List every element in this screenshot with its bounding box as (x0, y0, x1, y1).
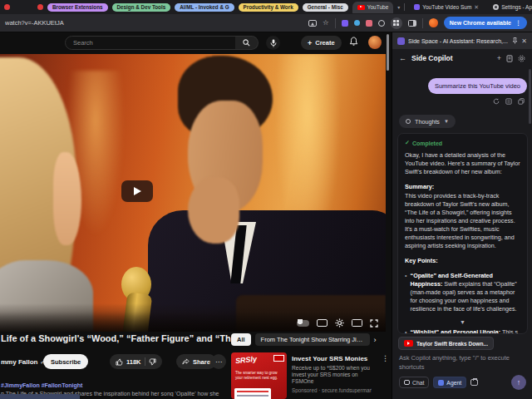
notebook-icon[interactable] (506, 55, 513, 62)
tab-youtube-video-summarizer[interactable]: YouTube Video Sum ✕ (409, 2, 484, 13)
tab-group-general[interactable]: General - Misc (303, 3, 348, 12)
close-tab-icon[interactable]: ✕ (474, 4, 479, 10)
channel-name[interactable]: mmy Fallon ✔ (1, 358, 45, 366)
status-badge: ✓ Completed (405, 140, 520, 146)
grid-icon (393, 20, 399, 26)
voice-search-button[interactable] (266, 36, 280, 50)
chat-mode-button[interactable]: Chat (399, 377, 429, 388)
media-cast-icon[interactable] (308, 20, 317, 27)
refresh-icon[interactable] (493, 98, 500, 105)
ad-body: Invest Your SRS Monies Receive up to *S$… (292, 352, 372, 399)
browser-toolbar: watch?v=-AKKUEtJA ☆ New Chrome available… (0, 14, 532, 32)
extension-icon[interactable] (342, 20, 348, 27)
copilot-footer: Chat Agent ↑ (399, 375, 526, 390)
search-button[interactable] (235, 36, 259, 50)
summary-text: This video provides a track-by-track bre… (405, 192, 520, 250)
side-space-panel: Side Space - AI Assistant: Research,... … (392, 32, 532, 399)
ad-thumb-card (234, 388, 271, 399)
sidebar-scrollbar[interactable] (529, 69, 531, 124)
browser-window: Browser Extensions Design & Dev Tools AI… (0, 0, 532, 399)
theater-mode-icon[interactable] (352, 319, 362, 327)
tab-group-productivity[interactable]: Productivity & Work (239, 3, 298, 12)
thumbs-up-icon[interactable] (116, 358, 123, 366)
share-button[interactable]: Share (176, 354, 216, 369)
thoughts-toggle[interactable]: Thoughts ▼ (399, 115, 456, 128)
ad-thumbnail[interactable]: SRSly The smarter way to grow your retir… (231, 352, 287, 399)
extension-favicon (414, 4, 420, 10)
subscribe-button[interactable]: Subscribe (43, 354, 88, 369)
tab-strip: Browser Extensions Design & Dev Tools AI… (0, 0, 532, 14)
sidebar-titlebar: Side Space - AI Assistant: Research,... … (392, 32, 532, 49)
assistant-intro: Okay, I have a detailed analysis of the … (405, 151, 520, 176)
chat-bubble-icon (404, 380, 410, 385)
pinned-tab-icon[interactable] (37, 4, 43, 10)
account-avatar[interactable] (368, 36, 382, 49)
copilot-input[interactable]: Ask Copilot anything, type "/" to execut… (399, 354, 524, 372)
page-scrollbar[interactable] (387, 34, 389, 71)
kebab-menu-icon[interactable]: ⋮ (515, 20, 521, 27)
extensions-grid-button[interactable] (391, 17, 402, 29)
pinned-tab-icon[interactable] (4, 4, 10, 10)
extension-icon[interactable] (378, 20, 385, 27)
copy-icon[interactable] (518, 98, 525, 105)
tab-settings[interactable]: Settings - Appeara ✕ (488, 2, 532, 13)
extension-icon[interactable] (354, 20, 360, 26)
quote-icon[interactable] (505, 98, 512, 105)
ad-description: Receive up to *S$200 when you invest you… (292, 365, 372, 385)
notifications-button[interactable] (349, 37, 358, 47)
side-panel-icon[interactable] (408, 20, 416, 27)
ad-sponsored-label: Sponsored · secure.fundsupermart... (292, 387, 372, 393)
agent-mode-button[interactable]: Agent (433, 377, 466, 388)
video-player[interactable] (0, 54, 386, 332)
key-point-item: • “Wishlist” and Personal Utopia: This s (405, 328, 520, 334)
bell-icon (349, 37, 358, 47)
arrow-up-icon: ↑ (517, 378, 521, 387)
search-input[interactable] (66, 39, 235, 47)
close-icon[interactable]: ✕ (521, 37, 527, 45)
player-controls (297, 318, 378, 328)
subtitles-icon[interactable] (317, 319, 328, 327)
sponsored-ad[interactable]: SRSly The smarter way to grow your retir… (231, 352, 387, 399)
settings-gear-icon[interactable] (335, 318, 344, 328)
chevron-down-icon: ▼ (444, 119, 449, 124)
chip-all[interactable]: All (231, 333, 251, 346)
play-button[interactable] (121, 180, 153, 202)
tab-group-design-dev[interactable]: Design & Dev Tools (112, 3, 171, 12)
side-space-logo-icon (397, 37, 405, 45)
thumbs-down-icon[interactable] (149, 358, 156, 366)
address-bar[interactable]: watch?v=-AKKUEtJA (5, 19, 303, 27)
send-button[interactable]: ↑ (511, 375, 526, 390)
fullscreen-icon[interactable] (370, 319, 378, 328)
like-count: 118K (126, 358, 141, 366)
new-chrome-button[interactable]: New Chrome available ⋮ (444, 17, 527, 29)
sidebar-window-title: Side Space - AI Assistant: Research,... (408, 38, 509, 44)
chevron-right-icon[interactable]: › (374, 336, 377, 344)
description-hashtags[interactable]: #JimmyFallon #FallonTonight (1, 382, 82, 388)
bookmark-star-icon[interactable]: ☆ (323, 19, 329, 27)
back-arrow-icon[interactable]: ← (399, 54, 406, 62)
ad-title[interactable]: Invest Your SRS Monies (292, 355, 372, 362)
ad-brand-text: SRSly (235, 355, 258, 366)
ad-menu-icon[interactable]: ⋮ (382, 354, 389, 362)
copilot-header: ← Side Copilot + (392, 49, 532, 67)
settings-icon[interactable] (518, 55, 525, 62)
tab-group-browser-extensions[interactable]: Browser Extensions (47, 3, 108, 12)
tools-icon[interactable] (470, 379, 478, 386)
chip-tonight-show[interactable]: From The Tonight Show Starring Jimmy Fal… (255, 333, 370, 346)
video-context-chip[interactable]: Taylor Swift Breaks Down... (398, 337, 494, 350)
tab-youtube[interactable]: YouTube (352, 2, 394, 13)
extension-icon[interactable] (366, 20, 372, 27)
pin-icon[interactable] (512, 37, 518, 44)
play-icon (134, 187, 141, 195)
scroll-down-icon[interactable]: ▼ (405, 319, 520, 325)
create-button[interactable]: + Create (301, 36, 342, 50)
copilot-title: Side Copilot (411, 54, 492, 62)
assistant-message: ✓ Completed Okay, I have a detailed anal… (397, 133, 528, 334)
tab-group-aiml[interactable]: AI/ML - Invoked & G (175, 3, 234, 12)
new-chat-icon[interactable]: + (497, 54, 501, 62)
browser-profile-icon[interactable] (429, 18, 438, 27)
more-actions-button[interactable]: ⋯ (211, 354, 226, 369)
message-actions (493, 98, 525, 105)
agent-icon (438, 380, 444, 386)
tab-caret-icon[interactable]: ▾ (397, 4, 400, 10)
